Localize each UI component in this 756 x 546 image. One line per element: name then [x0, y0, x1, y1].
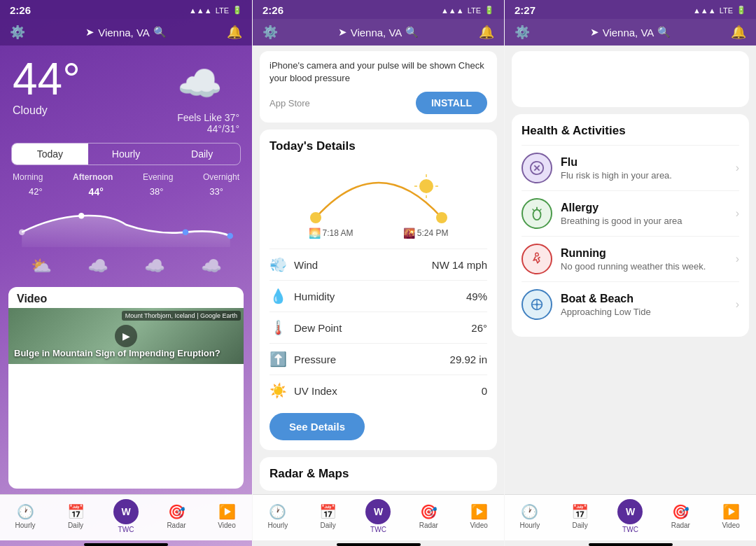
twc-icon-1: W: [113, 499, 139, 524]
status-bar-1: 2:26 ▲▲▲ LTE 🔋: [0, 0, 252, 19]
allergy-desc: Breathing is good in your area: [561, 216, 736, 226]
nav-twc-label-2: TWC: [370, 526, 386, 533]
install-button[interactable]: INSTALL: [416, 92, 487, 114]
nav-daily-2[interactable]: 📅 Daily: [311, 503, 346, 529]
nav-hourly-2[interactable]: 🕐 Hourly: [260, 503, 295, 529]
dewpoint-icon: 🌡️: [270, 319, 287, 336]
dewpoint-value: 26°: [471, 322, 487, 334]
nav-twc-1[interactable]: W TWC: [108, 499, 144, 533]
play-button[interactable]: ▶: [115, 325, 137, 347]
nav-hourly-1[interactable]: 🕐 Hourly: [8, 503, 43, 529]
svg-point-2: [227, 233, 234, 239]
detail-left-uv: ☀️ UV Index: [270, 382, 337, 399]
running-icon: [529, 251, 545, 267]
bell-icon-1[interactable]: 🔔: [227, 24, 242, 40]
weather-main: 44° Cloudy ☁️ Feels Like 37° 44°/31°: [0, 46, 252, 143]
cloud-sm-4: ☁️: [201, 256, 222, 276]
status-time-3: 2:27: [514, 4, 536, 16]
health-item-allergy[interactable]: Allergy Breathing is good in your area ›: [522, 190, 739, 236]
health-item-running[interactable]: Running No good running weather this wee…: [522, 236, 739, 281]
sun-times: 🌅 7:18 AM 🌇 5:24 PM: [309, 227, 449, 239]
bottom-nav-1: 🕐 Hourly 📅 Daily W TWC 🎯 Radar ▶️ Video: [0, 494, 252, 540]
feels-like: Feels Like 37° 44°/31°: [177, 112, 239, 134]
video-icon-2: ▶️: [470, 503, 488, 520]
weather-tab-bar: Today Hourly Daily: [11, 143, 241, 165]
bell-icon-2[interactable]: 🔔: [479, 24, 494, 40]
cloud-icon: ☁️: [177, 62, 239, 105]
status-bar-3: 2:27 ▲▲▲ LTE 🔋: [505, 0, 756, 19]
video-icon-1: ▶️: [218, 503, 236, 520]
search-icon-3[interactable]: 🔍: [657, 26, 671, 38]
nav-radar-1[interactable]: 🎯 Radar: [159, 503, 194, 529]
wind-label: Wind: [294, 259, 318, 271]
ad-text: iPhone's camera and your pulse will be s…: [270, 59, 487, 85]
sun-arc-container: 🌅 7:18 AM 🌇 5:24 PM: [270, 162, 487, 239]
nav-twc-3[interactable]: W TWC: [612, 499, 648, 533]
sunrise-icon: 🌅: [309, 227, 321, 239]
nav-hourly-label-1: Hourly: [15, 522, 36, 529]
calendar-icon-1: 📅: [67, 503, 85, 520]
allergy-icon-circle: [522, 198, 552, 229]
nav-twc-2[interactable]: W TWC: [360, 499, 396, 533]
running-desc: No good running weather this week.: [561, 261, 736, 272]
tab-daily-1[interactable]: Daily: [164, 144, 240, 164]
search-icon-1[interactable]: 🔍: [153, 26, 167, 38]
svg-point-3: [19, 229, 25, 235]
health-title: Health & Activities: [522, 124, 739, 138]
weather-icons-row: ⛅ ☁️ ☁️ ☁️: [0, 253, 252, 281]
panel3-scroll: Health & Activities Flu Flu risk is high…: [505, 46, 756, 494]
home-indicator-1: [84, 543, 168, 546]
lte-label-2: LTE: [468, 6, 481, 15]
location-arrow-icon-3: ➤: [590, 26, 599, 38]
settings-icon-3[interactable]: ⚙️: [514, 24, 530, 40]
nav-video-3[interactable]: ▶️ Video: [713, 503, 748, 529]
nav-twc-label-1: TWC: [118, 526, 134, 533]
nav-twc-label-3: TWC: [622, 526, 638, 533]
ad-card: iPhone's camera and your pulse will be s…: [260, 51, 497, 122]
humidity-label: Humidity: [294, 290, 335, 302]
nav-radar-label-2: Radar: [419, 522, 438, 529]
nav-video-1[interactable]: ▶️ Video: [209, 503, 244, 529]
nav-daily-1[interactable]: 📅 Daily: [58, 503, 93, 529]
detail-row-dewpoint: 🌡️ Dew Point 26°: [270, 312, 487, 343]
running-text: Running No good running weather this wee…: [561, 247, 736, 272]
clock-icon-3: 🕐: [521, 503, 538, 520]
see-details-button[interactable]: See Details: [270, 413, 365, 440]
ad-footer: App Store INSTALL: [270, 92, 487, 114]
settings-icon-1[interactable]: ⚙️: [10, 24, 25, 40]
nav-video-label-2: Video: [470, 522, 487, 529]
radar-icon-2: 🎯: [420, 503, 438, 520]
pressure-icon: ⬆️: [270, 351, 287, 368]
time-labels: Morning Afternoon Evening Overnight: [0, 172, 252, 182]
tab-today[interactable]: Today: [12, 144, 88, 164]
nav-video-2[interactable]: ▶️ Video: [461, 503, 496, 529]
nav-radar-label-3: Radar: [671, 522, 690, 529]
nav-radar-2[interactable]: 🎯 Radar: [411, 503, 446, 529]
home-indicator-2: [337, 543, 421, 546]
location-bar-1: ➤ Vienna, VA 🔍: [85, 26, 167, 38]
location-label-3: Vienna, VA: [603, 27, 654, 38]
radar-title: Radar & Maps: [270, 467, 487, 481]
tab-hourly-1[interactable]: Hourly: [88, 144, 164, 164]
cloud-sm-1: ⛅: [31, 256, 52, 276]
video-thumbnail[interactable]: ▶ Mount Thorbjorn, Iceland | Google Eart…: [8, 308, 244, 364]
nav-hourly-3[interactable]: 🕐 Hourly: [512, 503, 547, 529]
nav-radar-3[interactable]: 🎯 Radar: [663, 503, 698, 529]
nav-daily-3[interactable]: 📅 Daily: [563, 503, 598, 529]
pressure-label: Pressure: [294, 354, 336, 365]
detail-left-pressure: ⬆️ Pressure: [270, 351, 336, 368]
dewpoint-label: Dew Point: [294, 322, 342, 334]
health-item-flu[interactable]: Flu Flu risk is high in your area. ›: [522, 145, 739, 190]
detail-left-dewpoint: 🌡️ Dew Point: [270, 319, 342, 336]
search-icon-2[interactable]: 🔍: [405, 26, 419, 38]
settings-icon-2[interactable]: ⚙️: [262, 24, 278, 40]
signal-icon-3: ▲▲▲: [693, 6, 716, 15]
google-earth-badge: Mount Thorbjorn, Iceland | Google Earth: [122, 311, 241, 321]
temp-42: 42°: [29, 186, 43, 197]
top-bar-3: ⚙️ ➤ Vienna, VA 🔍 🔔: [505, 19, 756, 46]
allergy-text: Allergy Breathing is good in your area: [561, 202, 736, 226]
bell-icon-3[interactable]: 🔔: [731, 24, 746, 40]
health-item-boat[interactable]: Boat & Beach Approaching Low Tide ›: [522, 281, 739, 327]
allergy-chevron: ›: [736, 207, 739, 220]
status-icons-2: ▲▲▲ LTE 🔋: [441, 6, 494, 15]
